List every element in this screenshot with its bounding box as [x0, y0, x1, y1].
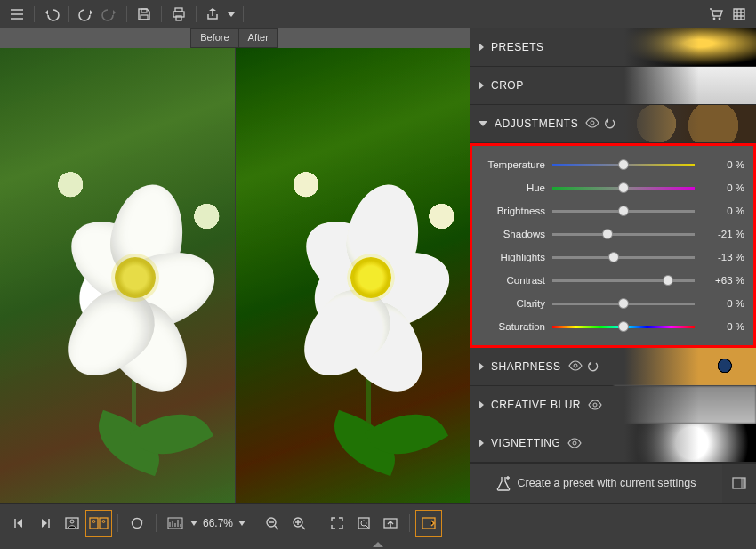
share-button[interactable]: [202, 3, 225, 26]
separator: [253, 514, 253, 532]
brightness-label: Brightness: [478, 206, 545, 216]
save-button[interactable]: [133, 3, 156, 26]
hue-value: 0 %: [702, 182, 744, 193]
clarity-label: Clarity: [478, 298, 545, 309]
separator: [318, 514, 318, 532]
highlights-slider[interactable]: [552, 251, 695, 263]
section-presets[interactable]: Presets: [470, 28, 756, 67]
separator: [156, 514, 157, 532]
undo-button[interactable]: [40, 3, 63, 26]
next-image-button[interactable]: [32, 510, 59, 537]
clarity-slider[interactable]: [552, 297, 695, 310]
before-label: Before: [190, 28, 238, 48]
contrast-value: +63 %: [702, 275, 744, 286]
contrast-label: Contrast: [478, 275, 545, 286]
rotate-button[interactable]: [124, 510, 150, 537]
zoom-in-button[interactable]: [286, 510, 312, 537]
chevron-right-icon: [479, 43, 484, 52]
separator: [34, 6, 35, 22]
print-button[interactable]: [167, 3, 190, 26]
preview-pane: Before After: [0, 28, 470, 503]
section-sharpness[interactable]: Sharpness: [470, 348, 756, 386]
panel-toggle-button[interactable]: [722, 464, 756, 503]
chevron-down-icon: [479, 121, 487, 126]
section-title: Adjustments: [495, 117, 578, 130]
compare-view-button[interactable]: [85, 510, 112, 537]
grid-view-button[interactable]: [728, 3, 751, 26]
hue-slider[interactable]: [552, 182, 695, 194]
cart-button[interactable]: [704, 3, 728, 26]
eye-icon[interactable]: [567, 438, 582, 448]
svg-rect-1: [141, 15, 148, 20]
contrast-slider[interactable]: [552, 274, 695, 287]
bottom-toolbar: 66.7%: [0, 503, 756, 542]
section-crop[interactable]: Crop: [470, 67, 756, 105]
clarity-value: 0 %: [702, 298, 744, 309]
after-image[interactable]: [235, 48, 470, 503]
navigator-button[interactable]: [377, 510, 404, 537]
zoom-dropdown-icon[interactable]: [237, 510, 247, 537]
saturation-handle[interactable]: [618, 321, 629, 332]
menu-button[interactable]: [5, 3, 28, 26]
temperature-slider[interactable]: [552, 158, 695, 171]
highlights-handle[interactable]: [608, 252, 619, 262]
clarity-handle[interactable]: [618, 298, 629, 309]
adjustments-body: Temperature0 %Hue0 %Brightness0 %Shadows…: [470, 143, 756, 348]
separator: [126, 6, 127, 22]
saturation-slider[interactable]: [552, 320, 695, 333]
temperature-handle[interactable]: [618, 159, 629, 170]
section-title: Crop: [491, 79, 524, 92]
shadows-label: Shadows: [478, 229, 545, 239]
shadows-value: -21 %: [702, 229, 744, 239]
section-vignetting[interactable]: Vignetting: [470, 424, 756, 463]
brightness-value: 0 %: [702, 206, 744, 216]
section-title: Vignetting: [491, 437, 560, 449]
redo-disabled-button: [98, 3, 121, 26]
svg-rect-15: [90, 518, 98, 529]
temperature-label: Temperature: [478, 159, 545, 170]
brightness-handle[interactable]: [618, 206, 629, 216]
reset-icon[interactable]: [586, 360, 599, 373]
shadows-slider[interactable]: [552, 228, 695, 240]
flask-plus-icon: [496, 475, 511, 491]
fit-window-button[interactable]: [324, 510, 350, 537]
create-preset-button[interactable]: Create a preset with current settings: [470, 464, 722, 503]
highlights-value: -13 %: [702, 252, 744, 262]
shadows-handle[interactable]: [602, 229, 613, 239]
preview-images[interactable]: [0, 48, 470, 503]
before-image[interactable]: [0, 48, 235, 503]
brightness-slider[interactable]: [552, 205, 695, 217]
first-image-button[interactable]: [5, 510, 32, 537]
slider-row-highlights: Highlights-13 %: [478, 251, 744, 263]
section-title: Sharpness: [491, 360, 561, 373]
hue-handle[interactable]: [618, 182, 629, 193]
contrast-handle[interactable]: [663, 275, 673, 286]
separator: [243, 6, 244, 22]
actual-pixels-button[interactable]: [350, 510, 377, 537]
section-adjustments[interactable]: Adjustments: [470, 105, 756, 143]
share-dropdown-icon[interactable]: [225, 3, 237, 26]
separator: [117, 514, 118, 532]
redo-button[interactable]: [75, 3, 98, 26]
filmstrip-expand-caret[interactable]: [0, 542, 756, 549]
histogram-button[interactable]: [162, 510, 189, 537]
reset-icon[interactable]: [603, 117, 615, 130]
histogram-dropdown-icon[interactable]: [189, 510, 199, 537]
right-panel: Presets Crop Adjustments Temperature0 %H…: [470, 28, 756, 503]
filmstrip-toggle-button[interactable]: [415, 510, 442, 537]
section-creative-blur[interactable]: Creative Blur: [470, 386, 756, 424]
saturation-value: 0 %: [702, 321, 744, 332]
svg-rect-16: [100, 518, 108, 529]
chevron-right-icon: [479, 439, 484, 448]
single-view-button[interactable]: [59, 510, 85, 537]
zoom-out-button[interactable]: [259, 510, 286, 537]
zoom-readout: 66.7%: [203, 517, 233, 529]
svg-point-17: [92, 520, 95, 522]
slider-row-contrast: Contrast+63 %: [478, 274, 744, 287]
chevron-right-icon: [479, 400, 484, 409]
eye-icon[interactable]: [585, 117, 599, 128]
eye-icon[interactable]: [568, 360, 583, 371]
eye-icon[interactable]: [588, 400, 602, 410]
slider-row-brightness: Brightness0 %: [478, 205, 744, 217]
separator: [68, 6, 69, 22]
